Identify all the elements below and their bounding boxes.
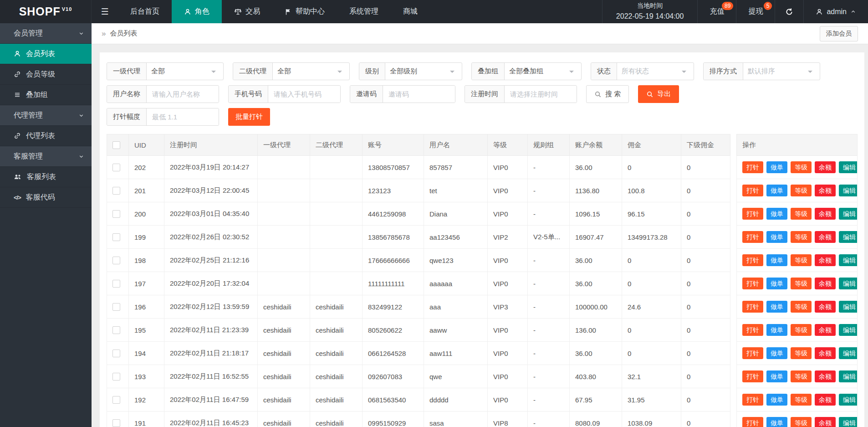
action-button-余额[interactable]: 余额 [815,324,836,336]
search-button[interactable]: 搜 索 [586,85,629,103]
action-button-余额[interactable]: 余额 [815,370,836,382]
action-button-编辑[interactable]: 编辑 [839,394,858,406]
sidebar-toggle-icon[interactable]: ☰ [92,0,118,23]
action-button-做单[interactable]: 做单 [766,185,787,196]
action-button-做单[interactable]: 做单 [766,231,787,243]
sidebar-item-客服代码[interactable]: </>客服代码 [0,187,92,208]
select-all-checkbox[interactable] [112,141,120,149]
action-button-做单[interactable]: 做单 [766,301,787,313]
action-button-编辑[interactable]: 编辑 [839,301,858,313]
export-button[interactable]: 导出 [638,85,679,103]
row-checkbox[interactable] [112,233,120,241]
action-button-打针[interactable]: 打针 [742,370,763,382]
action-button-打针[interactable]: 打针 [742,417,763,427]
action-button-编辑[interactable]: 编辑 [839,278,858,289]
sidebar-group-客服管理[interactable]: 客服管理 [0,146,92,167]
action-button-等级[interactable]: 等级 [791,208,812,220]
action-button-编辑[interactable]: 编辑 [839,208,858,220]
action-button-做单[interactable]: 做单 [766,208,787,220]
action-button-等级[interactable]: 等级 [791,370,812,382]
sidebar-item-代理列表[interactable]: 代理列表 [0,126,92,146]
action-button-余额[interactable]: 余额 [815,161,836,173]
row-checkbox[interactable] [112,164,120,171]
filter-select-级别[interactable]: 级别全部级别 [359,62,462,80]
action-button-编辑[interactable]: 编辑 [839,324,858,336]
action-button-做单[interactable]: 做单 [766,161,787,173]
batch-inject-button[interactable]: 批量打针 [228,108,270,126]
action-button-余额[interactable]: 余额 [815,394,836,406]
sidebar-group-会员管理[interactable]: 会员管理 [0,23,92,44]
filter-input-field[interactable] [505,86,577,103]
row-checkbox[interactable] [112,303,120,311]
inject-range-input[interactable] [147,108,219,125]
action-button-编辑[interactable]: 编辑 [839,370,858,382]
action-button-打针[interactable]: 打针 [742,301,763,313]
action-button-做单[interactable]: 做单 [766,347,787,359]
action-button-等级[interactable]: 等级 [791,254,812,266]
filter-select-状态[interactable]: 状态所有状态 [591,62,694,80]
filter-input-field[interactable] [383,86,455,103]
filter-input-field[interactable] [268,86,340,103]
action-button-打针[interactable]: 打针 [742,254,763,266]
action-button-等级[interactable]: 等级 [791,231,812,243]
filter-select-排序方式[interactable]: 排序方式默认排序 [703,62,820,80]
action-button-编辑[interactable]: 编辑 [839,231,858,243]
action-button-打针[interactable]: 打针 [742,347,763,359]
nav-item-角色[interactable]: 角色 [172,0,222,23]
row-checkbox[interactable] [112,187,120,195]
action-button-打针[interactable]: 打针 [742,394,763,406]
action-button-等级[interactable]: 等级 [791,278,812,289]
action-button-等级[interactable]: 等级 [791,324,812,336]
user-menu[interactable]: admin [803,0,868,23]
nav-item-后台首页[interactable]: 后台首页 [118,0,172,23]
action-button-等级[interactable]: 等级 [791,394,812,406]
filter-select-叠加组[interactable]: 叠加组全部叠加组 [471,62,582,80]
recharge-button[interactable]: 充值 89 [697,0,736,23]
action-button-余额[interactable]: 余额 [815,185,836,196]
row-checkbox[interactable] [112,396,120,404]
sidebar-group-代理管理[interactable]: 代理管理 [0,105,92,126]
action-button-余额[interactable]: 余额 [815,254,836,266]
action-button-做单[interactable]: 做单 [766,370,787,382]
sidebar-item-叠加组[interactable]: 叠加组 [0,85,92,105]
action-button-等级[interactable]: 等级 [791,301,812,313]
action-button-编辑[interactable]: 编辑 [839,254,858,266]
action-button-打针[interactable]: 打针 [742,185,763,196]
action-button-做单[interactable]: 做单 [766,394,787,406]
refresh-button[interactable] [775,0,803,23]
action-button-打针[interactable]: 打针 [742,231,763,243]
sidebar-item-会员列表[interactable]: 会员列表 [0,44,92,64]
action-button-余额[interactable]: 余额 [815,278,836,289]
sidebar-item-客服列表[interactable]: 客服列表 [0,167,92,187]
row-checkbox[interactable] [112,326,120,334]
action-button-余额[interactable]: 余额 [815,231,836,243]
action-button-余额[interactable]: 余额 [815,417,836,427]
action-button-做单[interactable]: 做单 [766,324,787,336]
filter-input-field[interactable] [147,86,219,103]
action-button-编辑[interactable]: 编辑 [839,347,858,359]
row-checkbox[interactable] [112,373,120,381]
action-button-编辑[interactable]: 编辑 [839,185,858,196]
row-checkbox[interactable] [112,257,120,264]
action-button-做单[interactable]: 做单 [766,254,787,266]
filter-select-一级代理[interactable]: 一级代理全部 [107,62,224,80]
action-button-打针[interactable]: 打针 [742,208,763,220]
action-button-等级[interactable]: 等级 [791,417,812,427]
withdraw-button[interactable]: 提现 5 [736,0,775,23]
action-button-打针[interactable]: 打针 [742,324,763,336]
action-button-等级[interactable]: 等级 [791,185,812,196]
action-button-做单[interactable]: 做单 [766,417,787,427]
action-button-余额[interactable]: 余额 [815,208,836,220]
action-button-等级[interactable]: 等级 [791,347,812,359]
row-checkbox[interactable] [112,210,120,218]
row-checkbox[interactable] [112,350,120,357]
action-button-余额[interactable]: 余额 [815,301,836,313]
action-button-打针[interactable]: 打针 [742,161,763,173]
filter-select-二级代理[interactable]: 二级代理全部 [233,62,350,80]
action-button-做单[interactable]: 做单 [766,278,787,289]
nav-item-帮助中心[interactable]: 帮助中心 [272,0,337,23]
action-button-打针[interactable]: 打针 [742,278,763,289]
nav-item-交易[interactable]: 交易 [222,0,272,23]
action-button-编辑[interactable]: 编辑 [839,417,858,427]
nav-item-系统管理[interactable]: 系统管理 [337,0,391,23]
